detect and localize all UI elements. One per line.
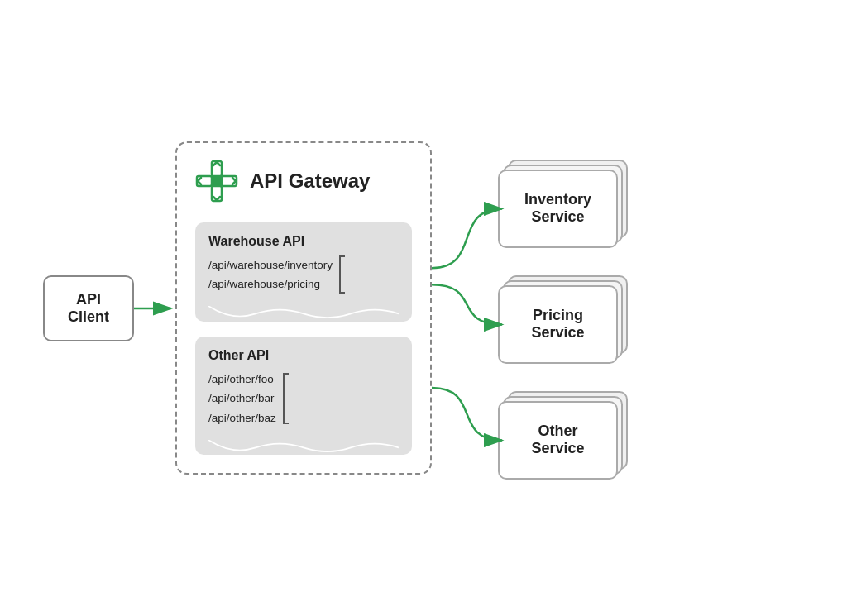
other-service-stack: OtherService	[498, 391, 630, 482]
other-api-box: Other API /api/other/foo/api/other/bar/a…	[195, 337, 412, 456]
other-routes: /api/other/foo/api/other/bar/api/other/b…	[208, 370, 276, 428]
pricing-route-arrow	[432, 284, 502, 324]
warehouse-routes: /api/warehouse/inventory/api/warehouse/p…	[208, 255, 333, 294]
inventory-route-arrow	[432, 208, 502, 268]
pricing-service-label: PricingService	[531, 307, 584, 341]
api-client-box: API Client	[43, 275, 134, 341]
svg-rect-4	[212, 176, 222, 186]
architecture-diagram: API Client	[43, 27, 804, 590]
warehouse-api-box: Warehouse API /api/warehouse/inventory/a…	[195, 222, 412, 322]
other-route-arrow	[432, 387, 502, 440]
services-column: InventoryService PricingService OtherSer…	[498, 160, 630, 482]
inventory-service-label: InventoryService	[524, 191, 591, 226]
inventory-service-stack: InventoryService	[498, 160, 630, 251]
api-client-label: API Client	[68, 291, 109, 326]
other-service-front: OtherService	[498, 401, 618, 480]
gateway-icon	[195, 160, 238, 203]
other-api-title: Other API	[208, 348, 399, 363]
inventory-service-front: InventoryService	[498, 170, 618, 248]
warehouse-wavy	[208, 306, 399, 322]
gateway-container: API Gateway Warehouse API /api/warehouse…	[175, 141, 432, 475]
other-service-label: OtherService	[531, 423, 584, 457]
gateway-header: API Gateway	[195, 160, 412, 203]
warehouse-api-title: Warehouse API	[208, 234, 399, 249]
pricing-service-stack: PricingService	[498, 275, 630, 366]
other-wavy	[208, 440, 399, 456]
pricing-service-front: PricingService	[498, 285, 618, 364]
gateway-title: API Gateway	[250, 170, 370, 193]
